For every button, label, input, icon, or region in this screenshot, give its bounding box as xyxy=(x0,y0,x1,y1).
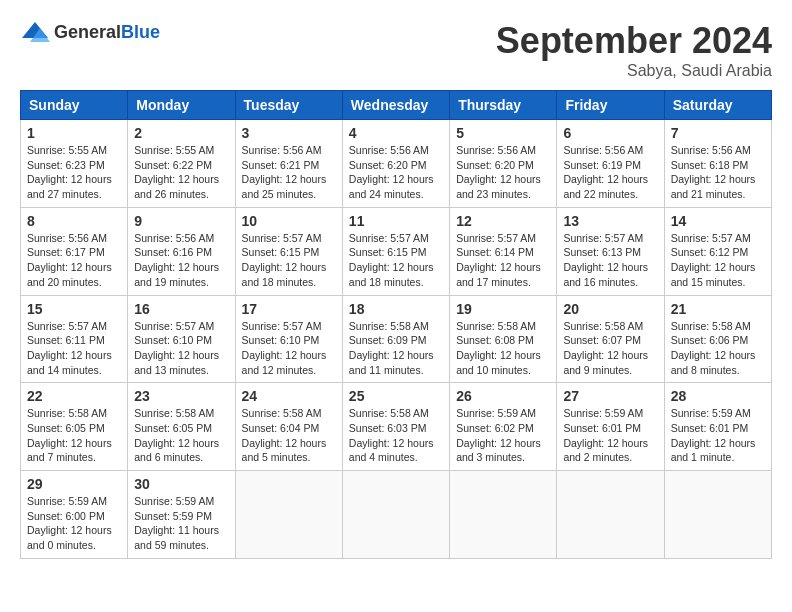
page-header: GeneralBlue September 2024 Sabya, Saudi … xyxy=(20,20,772,80)
day-number: 2 xyxy=(134,125,228,141)
day-detail: Sunrise: 5:58 AMSunset: 6:06 PMDaylight:… xyxy=(671,319,765,378)
calendar-cell xyxy=(664,471,771,559)
day-detail: Sunrise: 5:58 AMSunset: 6:05 PMDaylight:… xyxy=(134,406,228,465)
col-tuesday: Tuesday xyxy=(235,91,342,120)
day-number: 20 xyxy=(563,301,657,317)
day-number: 17 xyxy=(242,301,336,317)
day-number: 23 xyxy=(134,388,228,404)
calendar-cell: 1Sunrise: 5:55 AMSunset: 6:23 PMDaylight… xyxy=(21,120,128,208)
calendar-cell: 17Sunrise: 5:57 AMSunset: 6:10 PMDayligh… xyxy=(235,295,342,383)
day-number: 25 xyxy=(349,388,443,404)
day-number: 3 xyxy=(242,125,336,141)
day-number: 29 xyxy=(27,476,121,492)
day-detail: Sunrise: 5:56 AMSunset: 6:18 PMDaylight:… xyxy=(671,143,765,202)
day-detail: Sunrise: 5:56 AMSunset: 6:20 PMDaylight:… xyxy=(349,143,443,202)
day-detail: Sunrise: 5:57 AMSunset: 6:11 PMDaylight:… xyxy=(27,319,121,378)
day-detail: Sunrise: 5:55 AMSunset: 6:22 PMDaylight:… xyxy=(134,143,228,202)
day-detail: Sunrise: 5:57 AMSunset: 6:10 PMDaylight:… xyxy=(242,319,336,378)
day-number: 7 xyxy=(671,125,765,141)
day-detail: Sunrise: 5:57 AMSunset: 6:14 PMDaylight:… xyxy=(456,231,550,290)
calendar-cell: 5Sunrise: 5:56 AMSunset: 6:20 PMDaylight… xyxy=(450,120,557,208)
day-number: 26 xyxy=(456,388,550,404)
day-number: 19 xyxy=(456,301,550,317)
logo-general: General xyxy=(54,22,121,42)
week-row: 29Sunrise: 5:59 AMSunset: 6:00 PMDayligh… xyxy=(21,471,772,559)
calendar-cell: 22Sunrise: 5:58 AMSunset: 6:05 PMDayligh… xyxy=(21,383,128,471)
calendar-cell xyxy=(450,471,557,559)
calendar-cell: 28Sunrise: 5:59 AMSunset: 6:01 PMDayligh… xyxy=(664,383,771,471)
calendar-cell: 14Sunrise: 5:57 AMSunset: 6:12 PMDayligh… xyxy=(664,207,771,295)
day-number: 28 xyxy=(671,388,765,404)
day-detail: Sunrise: 5:58 AMSunset: 6:08 PMDaylight:… xyxy=(456,319,550,378)
calendar-cell: 27Sunrise: 5:59 AMSunset: 6:01 PMDayligh… xyxy=(557,383,664,471)
calendar-cell xyxy=(235,471,342,559)
day-detail: Sunrise: 5:57 AMSunset: 6:15 PMDaylight:… xyxy=(242,231,336,290)
calendar-cell: 19Sunrise: 5:58 AMSunset: 6:08 PMDayligh… xyxy=(450,295,557,383)
day-number: 14 xyxy=(671,213,765,229)
day-detail: Sunrise: 5:55 AMSunset: 6:23 PMDaylight:… xyxy=(27,143,121,202)
day-number: 4 xyxy=(349,125,443,141)
day-detail: Sunrise: 5:57 AMSunset: 6:10 PMDaylight:… xyxy=(134,319,228,378)
day-detail: Sunrise: 5:58 AMSunset: 6:03 PMDaylight:… xyxy=(349,406,443,465)
day-detail: Sunrise: 5:58 AMSunset: 6:04 PMDaylight:… xyxy=(242,406,336,465)
calendar-cell: 12Sunrise: 5:57 AMSunset: 6:14 PMDayligh… xyxy=(450,207,557,295)
col-thursday: Thursday xyxy=(450,91,557,120)
day-number: 11 xyxy=(349,213,443,229)
day-detail: Sunrise: 5:56 AMSunset: 6:20 PMDaylight:… xyxy=(456,143,550,202)
calendar-cell: 23Sunrise: 5:58 AMSunset: 6:05 PMDayligh… xyxy=(128,383,235,471)
day-detail: Sunrise: 5:56 AMSunset: 6:16 PMDaylight:… xyxy=(134,231,228,290)
week-row: 1Sunrise: 5:55 AMSunset: 6:23 PMDaylight… xyxy=(21,120,772,208)
calendar-cell: 13Sunrise: 5:57 AMSunset: 6:13 PMDayligh… xyxy=(557,207,664,295)
title-section: September 2024 Sabya, Saudi Arabia xyxy=(496,20,772,80)
calendar-cell: 2Sunrise: 5:55 AMSunset: 6:22 PMDaylight… xyxy=(128,120,235,208)
col-monday: Monday xyxy=(128,91,235,120)
calendar-cell: 30Sunrise: 5:59 AMSunset: 5:59 PMDayligh… xyxy=(128,471,235,559)
day-number: 16 xyxy=(134,301,228,317)
calendar-cell: 15Sunrise: 5:57 AMSunset: 6:11 PMDayligh… xyxy=(21,295,128,383)
day-number: 5 xyxy=(456,125,550,141)
day-number: 8 xyxy=(27,213,121,229)
day-number: 15 xyxy=(27,301,121,317)
calendar-cell: 10Sunrise: 5:57 AMSunset: 6:15 PMDayligh… xyxy=(235,207,342,295)
logo-blue: Blue xyxy=(121,22,160,42)
month-title: September 2024 xyxy=(496,20,772,62)
day-number: 10 xyxy=(242,213,336,229)
calendar-cell: 24Sunrise: 5:58 AMSunset: 6:04 PMDayligh… xyxy=(235,383,342,471)
day-number: 13 xyxy=(563,213,657,229)
day-number: 18 xyxy=(349,301,443,317)
day-detail: Sunrise: 5:59 AMSunset: 6:00 PMDaylight:… xyxy=(27,494,121,553)
col-wednesday: Wednesday xyxy=(342,91,449,120)
location: Sabya, Saudi Arabia xyxy=(496,62,772,80)
calendar-cell: 16Sunrise: 5:57 AMSunset: 6:10 PMDayligh… xyxy=(128,295,235,383)
day-number: 27 xyxy=(563,388,657,404)
calendar-cell: 3Sunrise: 5:56 AMSunset: 6:21 PMDaylight… xyxy=(235,120,342,208)
calendar-cell: 20Sunrise: 5:58 AMSunset: 6:07 PMDayligh… xyxy=(557,295,664,383)
day-detail: Sunrise: 5:57 AMSunset: 6:13 PMDaylight:… xyxy=(563,231,657,290)
day-detail: Sunrise: 5:56 AMSunset: 6:17 PMDaylight:… xyxy=(27,231,121,290)
day-number: 22 xyxy=(27,388,121,404)
col-friday: Friday xyxy=(557,91,664,120)
calendar-cell: 11Sunrise: 5:57 AMSunset: 6:15 PMDayligh… xyxy=(342,207,449,295)
col-saturday: Saturday xyxy=(664,91,771,120)
logo: GeneralBlue xyxy=(20,20,160,44)
col-sunday: Sunday xyxy=(21,91,128,120)
day-number: 1 xyxy=(27,125,121,141)
day-detail: Sunrise: 5:56 AMSunset: 6:19 PMDaylight:… xyxy=(563,143,657,202)
day-detail: Sunrise: 5:56 AMSunset: 6:21 PMDaylight:… xyxy=(242,143,336,202)
calendar-cell: 29Sunrise: 5:59 AMSunset: 6:00 PMDayligh… xyxy=(21,471,128,559)
day-detail: Sunrise: 5:59 AMSunset: 6:01 PMDaylight:… xyxy=(563,406,657,465)
calendar-cell: 9Sunrise: 5:56 AMSunset: 6:16 PMDaylight… xyxy=(128,207,235,295)
calendar-cell: 6Sunrise: 5:56 AMSunset: 6:19 PMDaylight… xyxy=(557,120,664,208)
day-detail: Sunrise: 5:59 AMSunset: 6:01 PMDaylight:… xyxy=(671,406,765,465)
week-row: 8Sunrise: 5:56 AMSunset: 6:17 PMDaylight… xyxy=(21,207,772,295)
logo-icon xyxy=(20,20,50,44)
day-number: 9 xyxy=(134,213,228,229)
day-number: 6 xyxy=(563,125,657,141)
day-detail: Sunrise: 5:59 AMSunset: 6:02 PMDaylight:… xyxy=(456,406,550,465)
calendar-cell: 25Sunrise: 5:58 AMSunset: 6:03 PMDayligh… xyxy=(342,383,449,471)
day-detail: Sunrise: 5:57 AMSunset: 6:15 PMDaylight:… xyxy=(349,231,443,290)
week-row: 22Sunrise: 5:58 AMSunset: 6:05 PMDayligh… xyxy=(21,383,772,471)
calendar-cell: 21Sunrise: 5:58 AMSunset: 6:06 PMDayligh… xyxy=(664,295,771,383)
header-row: Sunday Monday Tuesday Wednesday Thursday… xyxy=(21,91,772,120)
day-number: 24 xyxy=(242,388,336,404)
